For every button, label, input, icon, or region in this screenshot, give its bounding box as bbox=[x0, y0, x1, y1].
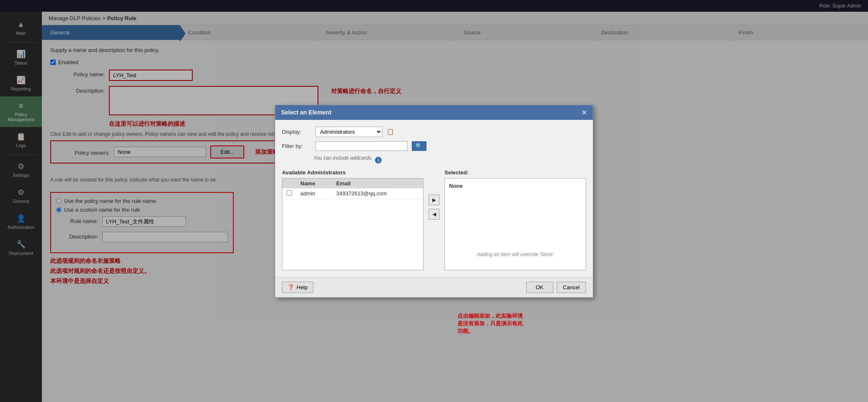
selected-panel-content: None Adding an item will override 'None' bbox=[444, 178, 586, 270]
copy-icon[interactable]: 📋 bbox=[387, 128, 394, 135]
row-email: 349372613@qq.com bbox=[332, 188, 423, 199]
selected-none: None bbox=[449, 183, 581, 189]
select-element-dialog: Select an Element ✕ Display: Administrat… bbox=[275, 105, 593, 298]
help-label: Help bbox=[297, 284, 308, 290]
row-checkbox[interactable] bbox=[287, 190, 292, 196]
help-icon: ❓ bbox=[287, 284, 294, 290]
dialog-title-bar: Select an Element ✕ bbox=[275, 105, 593, 120]
dialog-footer: ❓ Help OK Cancel bbox=[275, 277, 593, 297]
display-row: Display: Administrators 📋 bbox=[282, 127, 586, 137]
dialog-body: Display: Administrators 📋 Filter by: 🔍 Y… bbox=[275, 120, 593, 277]
help-button[interactable]: ❓ Help bbox=[282, 282, 313, 293]
filter-row: Filter by: 🔍 bbox=[282, 141, 586, 151]
arrow-left-button[interactable]: ◀ bbox=[429, 209, 439, 220]
col-email: Email bbox=[332, 179, 423, 189]
col-checkbox bbox=[282, 179, 296, 189]
table-row[interactable]: admin 349372613@qq.com bbox=[282, 188, 423, 199]
display-label: Display: bbox=[282, 129, 311, 135]
available-title: Available Administrators bbox=[282, 169, 424, 176]
dialog-close-button[interactable]: ✕ bbox=[581, 109, 587, 117]
watermark: 亿速云 bbox=[852, 393, 865, 399]
selected-panel: Selected: None Adding an item will overr… bbox=[444, 169, 586, 270]
search-button[interactable]: 🔍 bbox=[412, 141, 426, 151]
available-panel: Available Administrators Name Email bbox=[282, 169, 424, 270]
filter-input[interactable] bbox=[315, 141, 408, 151]
dialog-panels: Available Administrators Name Email bbox=[282, 169, 586, 270]
dialog-overlay: Select an Element ✕ Display: Administrat… bbox=[0, 0, 868, 402]
arrow-right-button[interactable]: ▶ bbox=[429, 195, 439, 205]
row-checkbox-cell bbox=[282, 188, 296, 199]
dialog-title: Select an Element bbox=[281, 109, 331, 116]
ok-button[interactable]: OK bbox=[526, 282, 553, 293]
col-name: Name bbox=[296, 179, 332, 189]
row-name: admin bbox=[296, 188, 332, 199]
wildcard-row: You can include wildcards. i bbox=[313, 155, 586, 165]
display-select[interactable]: Administrators bbox=[315, 127, 382, 137]
selected-title: Selected: bbox=[444, 169, 586, 176]
footer-right: OK Cancel bbox=[526, 282, 586, 293]
wildcard-note: You can include wildcards. bbox=[313, 155, 372, 161]
available-table: Name Email admin 349372 bbox=[282, 179, 423, 199]
panel-arrows: ▶ ◀ bbox=[429, 169, 439, 220]
available-table-container: Name Email admin 349372 bbox=[282, 178, 424, 270]
info-icon: i bbox=[375, 157, 382, 163]
cancel-button[interactable]: Cancel bbox=[557, 282, 586, 293]
override-note: Adding an item will override 'None' bbox=[449, 243, 581, 266]
filter-label: Filter by: bbox=[282, 143, 311, 149]
